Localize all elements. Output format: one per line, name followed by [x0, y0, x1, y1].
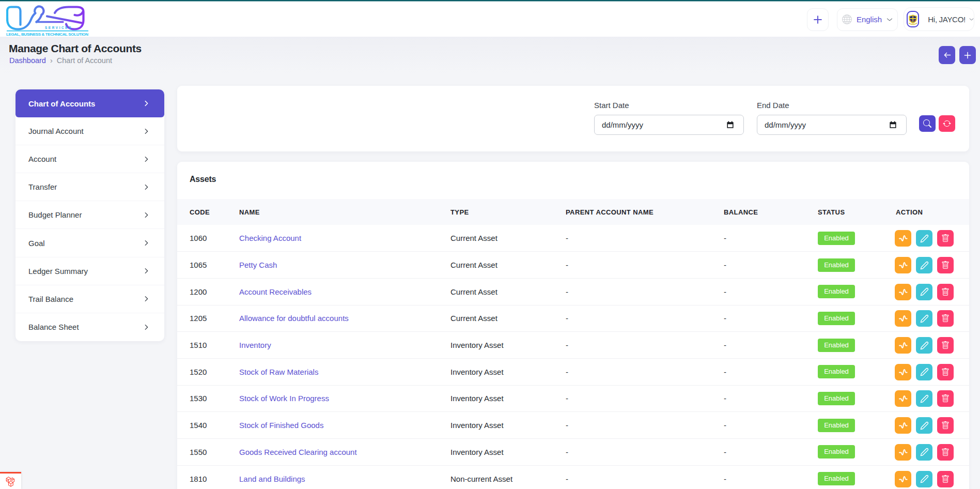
svg-text:LEGAL, BUSINESS & TECHNICAL SO: LEGAL, BUSINESS & TECHNICAL SOLUTION	[6, 32, 88, 37]
svg-text:SERVICES: SERVICES	[45, 26, 72, 29]
